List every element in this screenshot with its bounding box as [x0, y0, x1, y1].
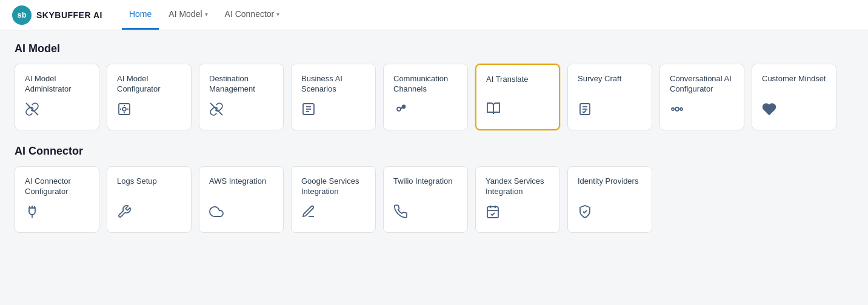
card-label: Google Services Integration	[301, 176, 366, 197]
svg-point-2	[122, 107, 126, 111]
list-check-icon	[301, 102, 366, 120]
svg-point-17	[680, 108, 683, 110]
ai-connector-cards-grid: AI Connector Configurator Logs Setup	[15, 166, 853, 233]
svg-point-8	[397, 107, 401, 111]
chevron-down-icon: ▾	[205, 11, 208, 18]
card-label: Business AI Scenarios	[301, 74, 366, 95]
card-label: Twilio Integration	[393, 176, 458, 187]
card-ai-translate[interactable]: AI Translate	[475, 64, 560, 130]
ai-model-section: AI Model AI Model Administrator AI Model…	[15, 42, 853, 130]
nav-item-ai-connector[interactable]: AI Connector ▾	[218, 0, 287, 30]
card-label: AI Translate	[486, 75, 549, 85]
settings-dots-icon	[670, 102, 734, 120]
card-communication-channels[interactable]: Communication Channels	[383, 64, 468, 130]
card-twilio-integration[interactable]: Twilio Integration	[383, 166, 468, 233]
chevron-down-icon: ▾	[276, 11, 279, 18]
card-customer-mindset[interactable]: Customer Mindset	[752, 64, 836, 130]
card-identity-providers[interactable]: Identity Providers	[567, 166, 652, 233]
heart-icon	[762, 102, 826, 120]
svg-rect-22	[487, 207, 498, 218]
card-yandex-services-integration[interactable]: Yandex Services Integration	[475, 166, 560, 233]
card-ai-model-admin[interactable]: AI Model Administrator	[15, 64, 99, 130]
brand-name: SKYBUFFER AI	[36, 10, 102, 20]
card-destination-mgmt[interactable]: Destination Management	[199, 64, 284, 130]
card-logs-setup[interactable]: Logs Setup	[107, 166, 192, 233]
logo-area: sb SKYBUFFER AI	[12, 5, 102, 25]
ai-model-cards-grid: AI Model Administrator AI Model Configur…	[15, 64, 853, 130]
ai-connector-section: AI Connector AI Connector Configurator L…	[15, 145, 853, 233]
book-open-icon	[486, 101, 549, 119]
main-nav: Home AI Model ▾ AI Connector ▾	[122, 0, 287, 30]
svg-point-15	[675, 107, 679, 111]
card-label: Communication Channels	[393, 74, 458, 95]
plug-icon	[25, 204, 89, 223]
main-content: AI Model AI Model Administrator AI Model…	[0, 30, 868, 260]
calendar-check-icon	[486, 204, 550, 223]
ai-connector-section-title: AI Connector	[15, 145, 853, 158]
card-ai-model-configurator[interactable]: AI Model Configurator	[107, 64, 192, 130]
card-label: AWS Integration	[209, 176, 273, 187]
ai-model-section-title: AI Model	[15, 42, 853, 55]
card-label: Customer Mindset	[762, 74, 826, 84]
card-ai-connector-configurator[interactable]: AI Connector Configurator	[15, 166, 99, 233]
link-off-2-icon	[209, 102, 273, 120]
card-label: Destination Management	[209, 74, 273, 95]
card-label: Conversational AI Configurator	[670, 74, 734, 95]
card-conversational-ai[interactable]: Conversational AI Configurator	[659, 64, 744, 130]
card-survey-craft[interactable]: Survey Craft	[567, 64, 652, 130]
nav-item-home[interactable]: Home	[122, 0, 159, 30]
survey-icon	[578, 102, 642, 120]
phone-icon	[393, 204, 458, 223]
card-label: AI Model Configurator	[117, 74, 181, 95]
wrench-icon	[117, 204, 181, 223]
logo-icon: sb	[12, 5, 32, 25]
nav-item-ai-model[interactable]: AI Model ▾	[161, 0, 215, 30]
settings-box-icon	[117, 102, 181, 120]
link-off-icon	[25, 102, 89, 120]
card-label: Survey Craft	[578, 74, 642, 84]
card-label: Yandex Services Integration	[486, 176, 550, 197]
shield-check-icon	[578, 204, 642, 223]
card-business-ai-scenarios[interactable]: Business AI Scenarios	[291, 64, 376, 130]
svg-point-16	[672, 108, 674, 110]
card-google-services-integration[interactable]: Google Services Integration	[291, 166, 376, 233]
pencil-icon	[301, 204, 366, 223]
cloud-icon	[209, 204, 273, 223]
card-label: Logs Setup	[117, 176, 181, 187]
card-label: Identity Providers	[578, 176, 642, 187]
channels-icon	[393, 102, 458, 120]
svg-line-11	[401, 107, 402, 109]
card-label: AI Connector Configurator	[25, 176, 89, 197]
card-aws-integration[interactable]: AWS Integration	[199, 166, 284, 233]
top-bar: sb SKYBUFFER AI Home AI Model ▾ AI Conne…	[0, 0, 868, 30]
card-label: AI Model Administrator	[25, 74, 89, 95]
